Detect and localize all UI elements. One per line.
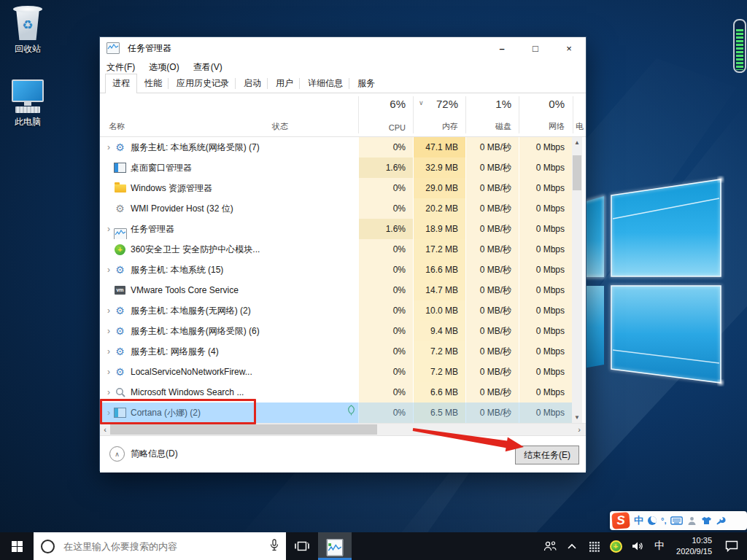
process-cpu: 0% <box>358 280 413 300</box>
ime-chinese-mode[interactable]: 中 <box>634 514 643 527</box>
desktop-icon-this-pc[interactable]: 此电脑 <box>0 75 55 128</box>
task-manager-icon <box>114 224 127 235</box>
process-row[interactable]: ›⚙服务主机: 本地服务(无网络) (2)0%10.0 MB0 MB/秒0 Mb… <box>100 300 572 321</box>
horizontal-scrollbar[interactable]: ‹ › <box>100 423 586 435</box>
expand-chevron-icon[interactable]: › <box>104 219 114 239</box>
process-row[interactable]: vmVMware Tools Core Service0%14.7 MB0 MB… <box>100 280 572 300</box>
task-manager-icon <box>327 540 344 553</box>
process-row[interactable]: ›⚙服务主机: 本地系统 (15)0%16.6 MB0 MB/秒0 Mbps <box>100 260 572 280</box>
close-button[interactable]: × <box>552 37 586 59</box>
process-net: 0 Mbps <box>519 280 572 300</box>
expand-chevron-icon[interactable]: › <box>104 341 114 362</box>
expand-chevron-icon[interactable]: › <box>104 321 114 341</box>
action-center-icon[interactable] <box>719 532 744 560</box>
keyboard-icon[interactable] <box>670 514 683 527</box>
system-tray: + 中 10:35 2020/9/15 <box>541 532 747 560</box>
minimize-button[interactable]: – <box>485 37 519 59</box>
desktop-icon-recycle-bin[interactable]: ♻ 回收站 <box>0 6 55 55</box>
menu-item-2[interactable]: 查看(V) <box>193 61 222 74</box>
horizontal-scroll-thumb[interactable] <box>110 424 377 435</box>
person-icon[interactable] <box>687 514 697 527</box>
process-cpu: 0% <box>358 198 413 219</box>
360-security-icon: + <box>115 244 125 255</box>
people-icon[interactable] <box>541 532 560 560</box>
process-mem: 7.2 MB <box>413 362 465 382</box>
start-button[interactable] <box>0 532 34 560</box>
column-mem[interactable]: 内存 <box>413 121 458 132</box>
tab-性能[interactable]: 性能 <box>137 74 169 93</box>
task-view-button[interactable] <box>286 532 318 560</box>
wrench-icon[interactable] <box>716 514 726 527</box>
column-status[interactable]: 状态 <box>272 121 288 132</box>
tab-详细信息[interactable]: 详细信息 <box>301 74 350 93</box>
tab-进程[interactable]: 进程 <box>105 74 137 93</box>
process-status-cell <box>269 362 358 382</box>
scroll-down-icon[interactable]: ▼ <box>572 412 582 423</box>
punctuation-icon[interactable]: °, <box>661 514 666 527</box>
hidden-icons-chevron[interactable] <box>562 532 581 560</box>
tab-应用历史记录[interactable]: 应用历史记录 <box>169 74 236 93</box>
process-mem: 20.2 MB <box>413 198 465 219</box>
process-disk: 0 MB/秒 <box>465 382 519 402</box>
column-disk[interactable]: 磁盘 <box>465 121 511 132</box>
volume-icon[interactable] <box>628 532 647 560</box>
sogou-logo-icon[interactable]: S <box>611 512 630 529</box>
windows-logo-icon <box>12 541 23 552</box>
skin-tshirt-icon[interactable] <box>701 514 712 527</box>
process-cpu: 0% <box>358 137 413 158</box>
window-icon <box>114 163 126 173</box>
moon-icon[interactable] <box>648 514 657 527</box>
process-row[interactable]: ›⚙服务主机: 网络服务 (4)0%7.2 MB0 MB/秒0 Mbps <box>100 341 572 362</box>
taskbar-search[interactable] <box>34 532 286 560</box>
process-status-cell <box>269 239 358 260</box>
process-row[interactable]: ›⚙服务主机: 本地服务(网络受限) (6)0%9.4 MB0 MB/秒0 Mb… <box>100 321 572 341</box>
microphone-icon[interactable] <box>270 539 279 554</box>
process-row[interactable]: Windows 资源管理器0%29.0 MB0 MB/秒0 Mbps <box>100 178 572 198</box>
process-name-cell: ›⚙服务主机: 本地服务(网络受限) (6) <box>100 321 269 341</box>
360-tray-icon[interactable]: + <box>606 532 625 560</box>
scroll-left-icon[interactable]: ‹ <box>100 424 110 435</box>
search-input[interactable] <box>62 540 263 553</box>
process-disk: 0 MB/秒 <box>465 178 519 198</box>
column-power-clipped[interactable]: 电 <box>576 121 586 132</box>
menu-item-1[interactable]: 选项(O) <box>149 61 179 74</box>
process-row[interactable]: ›任务管理器1.6%18.9 MB0 MB/秒0 Mbps <box>100 219 572 239</box>
tab-启动[interactable]: 启动 <box>236 74 268 93</box>
scroll-right-icon[interactable]: › <box>574 424 584 435</box>
process-row[interactable]: ⚙WMI Provider Host (32 位)0%20.2 MB0 MB/秒… <box>100 198 572 219</box>
gear-icon: ⚙ <box>115 306 125 316</box>
process-row[interactable]: ›⚙LocalServiceNoNetworkFirew...0%7.2 MB0… <box>100 362 572 382</box>
process-net: 0 Mbps <box>519 260 572 280</box>
wmi-tools-icon: ⚙ <box>115 203 125 214</box>
process-row[interactable]: ›⚙服务主机: 本地系统(网络受限) (7)0%47.1 MB0 MB/秒0 M… <box>100 137 572 158</box>
process-name-cell: vmVMware Tools Core Service <box>100 280 269 300</box>
end-task-button[interactable]: 结束任务(E) <box>515 446 579 464</box>
process-disk: 0 MB/秒 <box>465 402 519 423</box>
column-cpu[interactable]: CPU <box>358 123 406 132</box>
process-row[interactable]: +360安全卫士 安全防护中心模块...0%17.2 MB0 MB/秒0 Mbp… <box>100 239 572 260</box>
ime-indicator[interactable]: 中 <box>650 532 669 560</box>
tab-用户[interactable]: 用户 <box>268 74 301 93</box>
task-manager-app-icon <box>107 42 119 55</box>
vertical-scroll-thumb[interactable] <box>573 155 581 190</box>
process-row[interactable]: 桌面窗口管理器1.6%32.9 MB0 MB/秒0 Mbps <box>100 158 572 178</box>
process-cpu: 0% <box>358 362 413 382</box>
expand-chevron-icon[interactable]: › <box>104 137 114 158</box>
expand-chevron-icon[interactable]: › <box>104 260 114 280</box>
expand-chevron-icon[interactable]: › <box>104 362 114 382</box>
grid-icon[interactable] <box>584 532 603 560</box>
gear-icon: ⚙ <box>115 326 125 336</box>
scroll-up-icon[interactable]: ▲ <box>572 137 582 148</box>
process-status-cell <box>269 219 358 239</box>
maximize-button[interactable]: □ <box>519 37 552 59</box>
titlebar[interactable]: 任务管理器 –□× <box>100 37 586 59</box>
vertical-scrollbar[interactable]: ▲ ▼ <box>572 137 582 423</box>
tab-服务[interactable]: 服务 <box>350 74 382 93</box>
fewer-details-toggle[interactable]: ∧ 简略信息(D) <box>109 446 178 462</box>
column-net[interactable]: 网络 <box>519 121 565 132</box>
column-name[interactable]: 名称 <box>109 121 125 132</box>
taskbar-task-manager-button[interactable] <box>318 532 352 560</box>
menu-item-0[interactable]: 文件(F) <box>107 61 135 74</box>
taskbar-clock[interactable]: 10:35 2020/9/15 <box>672 535 716 557</box>
expand-chevron-icon[interactable]: › <box>104 300 114 321</box>
